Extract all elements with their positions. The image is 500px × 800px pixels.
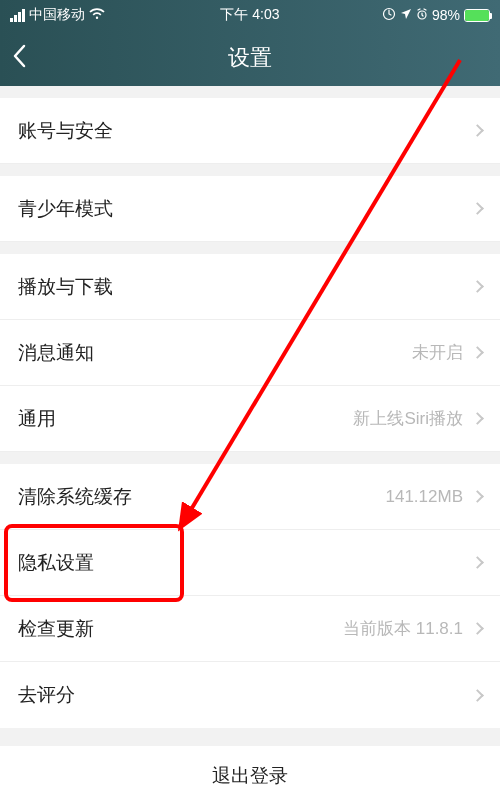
chevron-right-icon xyxy=(471,412,484,425)
section-gap xyxy=(0,242,500,254)
settings-list: 账号与安全青少年模式播放与下载消息通知未开启通用新上线Siri播放清除系统缓存1… xyxy=(0,86,500,728)
row-right: 新上线Siri播放 xyxy=(353,407,482,430)
signal-icon xyxy=(10,9,25,22)
status-right: 98% xyxy=(382,7,490,24)
settings-row[interactable]: 隐私设置 xyxy=(0,530,500,596)
chevron-right-icon xyxy=(471,124,484,137)
row-right: 未开启 xyxy=(412,341,482,364)
chevron-right-icon xyxy=(471,280,484,293)
settings-row[interactable]: 账号与安全 xyxy=(0,98,500,164)
row-label: 消息通知 xyxy=(18,340,94,366)
carrier-label: 中国移动 xyxy=(29,6,85,24)
row-right xyxy=(473,126,482,135)
settings-row[interactable]: 消息通知未开启 xyxy=(0,320,500,386)
page-title: 设置 xyxy=(228,43,272,73)
settings-row[interactable]: 去评分 xyxy=(0,662,500,728)
row-value: 未开启 xyxy=(412,341,463,364)
row-right xyxy=(473,204,482,213)
chevron-right-icon xyxy=(471,346,484,359)
location-icon xyxy=(400,7,412,23)
settings-row[interactable]: 播放与下载 xyxy=(0,254,500,320)
settings-row[interactable]: 清除系统缓存141.12MB xyxy=(0,464,500,530)
nav-bar: 设置 xyxy=(0,30,500,86)
settings-row[interactable]: 检查更新当前版本 11.8.1 xyxy=(0,596,500,662)
status-left: 中国移动 xyxy=(10,6,105,24)
row-right: 141.12MB xyxy=(386,487,483,507)
settings-row[interactable]: 青少年模式 xyxy=(0,176,500,242)
section-gap xyxy=(0,164,500,176)
wifi-icon xyxy=(89,7,105,23)
row-right xyxy=(473,691,482,700)
row-value: 141.12MB xyxy=(386,487,464,507)
row-right xyxy=(473,282,482,291)
header: 中国移动 下午 4:03 98% 设置 xyxy=(0,0,500,86)
row-label: 去评分 xyxy=(18,682,75,708)
chevron-right-icon xyxy=(471,556,484,569)
row-value: 当前版本 11.8.1 xyxy=(343,617,463,640)
logout-button[interactable]: 退出登录 xyxy=(0,746,500,800)
row-label: 播放与下载 xyxy=(18,274,113,300)
settings-row[interactable]: 通用新上线Siri播放 xyxy=(0,386,500,452)
row-label: 清除系统缓存 xyxy=(18,484,132,510)
row-label: 通用 xyxy=(18,406,56,432)
status-time: 下午 4:03 xyxy=(220,6,279,24)
row-label: 青少年模式 xyxy=(18,196,113,222)
chevron-right-icon xyxy=(471,490,484,503)
section-gap xyxy=(0,452,500,464)
back-button[interactable] xyxy=(12,44,26,72)
orientation-lock-icon xyxy=(382,7,396,24)
row-label: 隐私设置 xyxy=(18,550,94,576)
row-label: 账号与安全 xyxy=(18,118,113,144)
row-right xyxy=(473,558,482,567)
battery-percent: 98% xyxy=(432,7,460,23)
row-label: 检查更新 xyxy=(18,616,94,642)
section-gap xyxy=(0,86,500,98)
chevron-right-icon xyxy=(471,202,484,215)
chevron-right-icon xyxy=(471,622,484,635)
row-right: 当前版本 11.8.1 xyxy=(343,617,482,640)
alarm-icon xyxy=(416,7,428,23)
battery-icon xyxy=(464,9,490,22)
row-value: 新上线Siri播放 xyxy=(353,407,463,430)
chevron-right-icon xyxy=(471,689,484,702)
status-bar: 中国移动 下午 4:03 98% xyxy=(0,0,500,30)
